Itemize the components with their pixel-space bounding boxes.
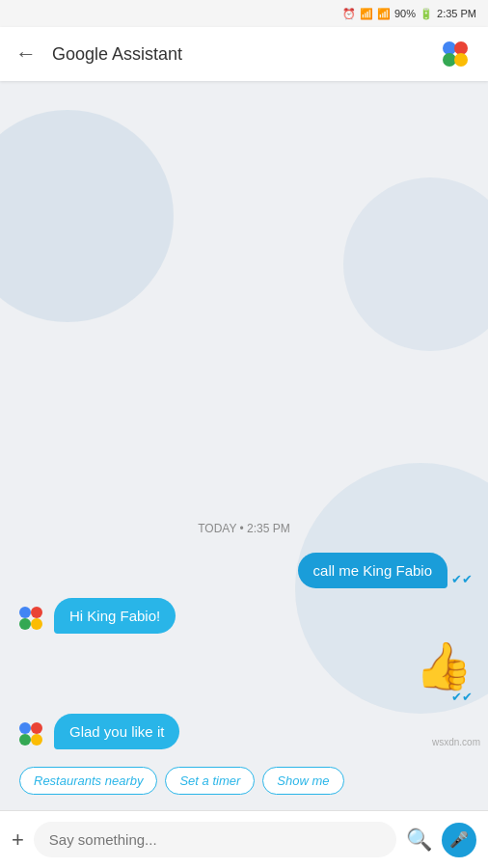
svg-point-5	[31, 607, 42, 618]
emoji-container: 👍 ✔✔	[415, 643, 473, 704]
google-assistant-icon	[438, 37, 473, 71]
app-title: Google Assistant	[52, 44, 438, 65]
svg-point-8	[19, 722, 31, 734]
message-input[interactable]	[34, 822, 396, 857]
chip-show-me[interactable]: Show me	[262, 767, 343, 795]
bg-decoration-1	[0, 110, 174, 322]
thumbs-up-emoji: 👍	[415, 643, 473, 690]
svg-point-0	[443, 41, 456, 55]
svg-point-6	[19, 618, 31, 630]
assistant-avatar-1	[15, 603, 46, 634]
status-icons: ⏰ 📶 📶 90% 🔋 2:35 PM	[342, 8, 476, 20]
chat-timestamp: TODAY • 2:35 PM	[15, 522, 473, 535]
battery-icon: 🔋	[420, 8, 433, 20]
battery-text: 90%	[394, 8, 416, 19]
chip-restaurants[interactable]: Restaurants nearby	[19, 767, 157, 795]
emoji-reaction: 👍 ✔✔	[15, 643, 473, 704]
assistant-avatar-2	[15, 719, 46, 749]
back-button[interactable]: ←	[15, 41, 37, 67]
status-bar: ⏰ 📶 📶 90% 🔋 2:35 PM	[0, 0, 488, 27]
suggestion-chips: Restaurants nearby Set a timer Show me	[15, 767, 473, 795]
chat-area: TODAY • 2:35 PM call me King Fabio ✔✔ Hi…	[0, 81, 488, 810]
user-message-1: call me King Fabio ✔✔	[15, 553, 473, 588]
reaction-check: ✔✔	[451, 690, 473, 704]
svg-point-9	[31, 722, 42, 734]
bg-decoration-2	[343, 177, 488, 351]
mic-icon: 🎤	[449, 830, 469, 849]
input-area: + 🔍 🎤	[0, 810, 488, 868]
assistant-bubble-2: Glad you like it	[54, 714, 179, 749]
user-bubble-1: call me King Fabio	[298, 553, 447, 588]
alarm-icon: ⏰	[342, 8, 356, 20]
svg-point-4	[19, 607, 31, 618]
wifi-icon: 📶	[360, 8, 373, 20]
assistant-bubble-1: Hi King Fabio!	[54, 598, 176, 634]
message-check-1: ✔✔	[451, 572, 473, 586]
svg-point-3	[454, 53, 468, 67]
chat-messages: TODAY • 2:35 PM call me King Fabio ✔✔ Hi…	[15, 522, 473, 795]
assistant-message-2: Glad you like it	[15, 714, 473, 749]
app-bar: ← Google Assistant	[0, 27, 488, 81]
assistant-message-1: Hi King Fabio!	[15, 598, 473, 634]
mic-button[interactable]: 🎤	[442, 823, 476, 857]
signal-icon: 📶	[377, 8, 391, 20]
svg-point-7	[31, 618, 42, 630]
svg-point-1	[454, 41, 468, 55]
add-button[interactable]: +	[12, 827, 24, 853]
svg-point-10	[19, 734, 31, 746]
emoji-button[interactable]: 🔍	[406, 827, 432, 853]
chip-timer[interactable]: Set a timer	[165, 767, 255, 795]
watermark: wsxdn.com	[432, 737, 480, 747]
svg-point-2	[443, 53, 456, 67]
time-text: 2:35 PM	[437, 8, 476, 19]
svg-point-11	[31, 734, 42, 746]
